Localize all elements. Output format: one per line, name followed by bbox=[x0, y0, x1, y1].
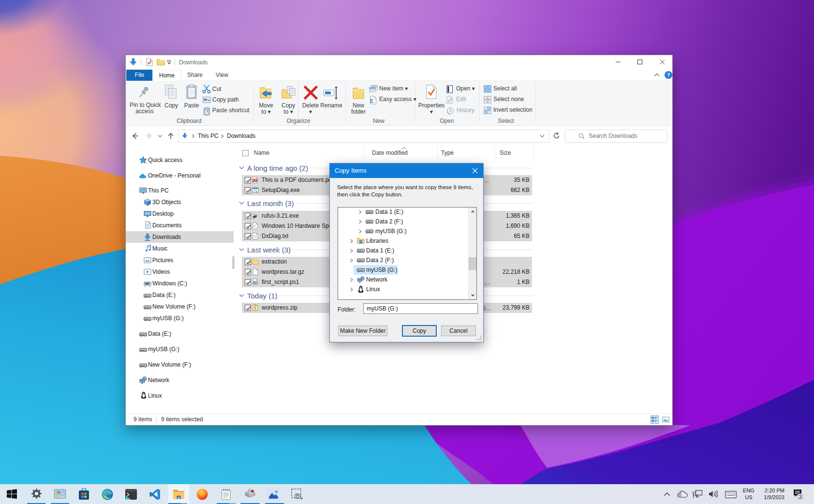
svg-text:3: 3 bbox=[799, 494, 801, 500]
svg-text:PDF: PDF bbox=[253, 179, 257, 182]
